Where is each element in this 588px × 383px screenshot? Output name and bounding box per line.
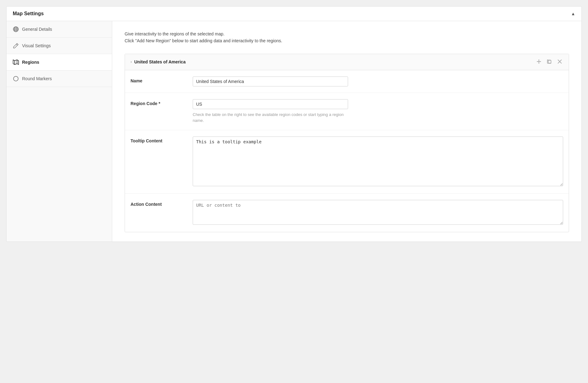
- sidebar-item-round-markers-label: Round Markers: [22, 76, 52, 81]
- svg-point-9: [14, 76, 18, 81]
- map-icon: [13, 59, 19, 65]
- sidebar-item-visual-settings[interactable]: Visual Settings: [7, 38, 112, 54]
- sidebar-item-regions[interactable]: Regions: [7, 54, 112, 71]
- svg-marker-6: [13, 60, 19, 65]
- name-field-row: Name: [125, 70, 569, 93]
- sidebar-item-general-details-label: General Details: [22, 27, 52, 32]
- action-content-field: [193, 200, 563, 226]
- action-content-field-row: Action Content: [125, 194, 569, 232]
- region-card-header: › United States of America: [125, 54, 569, 70]
- map-settings-header: Map Settings ▲: [7, 7, 581, 21]
- tooltip-content-label: Tooltip Content: [131, 136, 186, 143]
- instructions-line1: Give interactivity to the regions of the…: [125, 30, 569, 37]
- content-area: Give interactivity to the regions of the…: [112, 21, 581, 242]
- region-code-hint: Check the table on the right to see the …: [193, 112, 348, 124]
- action-content-label: Action Content: [131, 200, 186, 207]
- pen-icon: [13, 43, 19, 49]
- action-content-input[interactable]: [193, 200, 563, 225]
- panel-title: Map Settings: [13, 11, 44, 16]
- collapse-icon[interactable]: ▲: [571, 11, 575, 16]
- sidebar-item-round-markers[interactable]: Round Markers: [7, 71, 112, 87]
- tooltip-content-field-row: Tooltip Content This is a tooltip exampl…: [125, 130, 569, 194]
- svg-rect-11: [548, 60, 551, 63]
- region-code-field-row: Region Code * Check the table on the rig…: [125, 93, 569, 130]
- tooltip-content-input[interactable]: This is a tooltip example: [193, 136, 563, 186]
- region-code-field: Check the table on the right to see the …: [193, 99, 563, 124]
- name-input[interactable]: [193, 76, 348, 86]
- sidebar-item-visual-settings-label: Visual Settings: [22, 43, 51, 48]
- svg-line-5: [16, 44, 17, 45]
- region-title: United States of America: [134, 59, 186, 64]
- move-button[interactable]: [535, 58, 543, 66]
- region-card: › United States of America: [125, 54, 569, 232]
- chevron-down-icon[interactable]: ›: [131, 60, 132, 64]
- duplicate-button[interactable]: [546, 58, 553, 66]
- name-field: [193, 76, 563, 86]
- region-actions: [535, 58, 563, 66]
- circle-icon: [13, 76, 19, 82]
- tooltip-content-field: This is a tooltip example: [193, 136, 563, 187]
- region-code-label: Region Code *: [131, 99, 186, 106]
- svg-rect-10: [548, 60, 551, 63]
- sidebar-item-general-details[interactable]: General Details: [7, 21, 112, 38]
- sidebar: General Details Visual Settings: [7, 21, 112, 242]
- region-code-input[interactable]: [193, 99, 348, 109]
- main-layout: General Details Visual Settings: [7, 21, 581, 242]
- globe-icon: [13, 26, 19, 32]
- sidebar-item-regions-label: Regions: [22, 60, 39, 65]
- name-label: Name: [131, 76, 186, 83]
- instructions-line2: Click "Add New Region" below to start ad…: [125, 37, 569, 44]
- map-settings-panel: Map Settings ▲ General Details: [6, 6, 582, 242]
- region-title-area: › United States of America: [131, 59, 186, 64]
- instructions: Give interactivity to the regions of the…: [125, 30, 569, 44]
- delete-button[interactable]: [556, 59, 563, 65]
